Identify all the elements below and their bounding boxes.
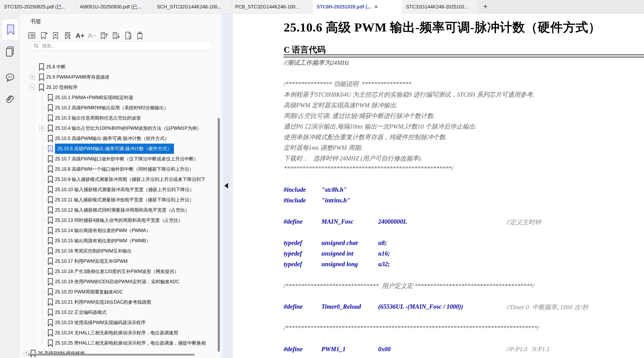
bookmark-icon: [47, 268, 53, 276]
page-list-icon[interactable]: [124, 31, 133, 40]
bookmark-item[interactable]: 25.10.8 高级PWM一个端口做外部中断（同时捕获下降沿和上升沿）: [20, 164, 221, 174]
bookmark-icon: [47, 237, 53, 245]
expander-toggle[interactable]: +: [24, 351, 28, 356]
collapse-panel-icon[interactable]: [224, 183, 228, 188]
code-line: [284, 271, 644, 282]
bookmark-item[interactable]: 25.10.16 带死区控制的PWM互补输出: [20, 246, 221, 256]
bookmark-item[interactable]: 25.10.1 PWMA+PWMB实现8组定时器: [20, 92, 221, 103]
code-line: #defineTimer0_Reload(65536UL -(MAIN_Fosc…: [284, 303, 644, 314]
bookmark-label: 25.10.4 输出占空比为100%和0%的PWM波形的方法（以PWM1P为例）: [55, 123, 202, 133]
bookmark-icon: [30, 350, 36, 358]
tab-bar: STC32G-20250825.pdf (已... × AI8051U-2025…: [0, 0, 644, 14]
pages-icon[interactable]: [5, 46, 15, 57]
bookmark-item[interactable]: 25.10.6 高级PWM输出-频率可调-脉冲计数（硬件方式）: [20, 144, 221, 154]
tree-line: [42, 169, 47, 169]
bookmark-item[interactable]: 25.10.3 输出任意周期和任意占空比的波形: [20, 113, 221, 123]
bookmark-item[interactable]: 25.10.10 输入捕获模式测量脉冲高电平宽度（捕获上升沿到下降沿）: [20, 184, 221, 195]
bookmark-icon: [47, 319, 53, 327]
bookmark-icon: [38, 73, 44, 81]
code-line: 本例程基于STC8H8K64U 为主控芯片的实验箱9 进行编写测试，STC8H …: [284, 90, 644, 101]
code-line: #include"stc8h.h": [284, 186, 644, 197]
bookmark-item[interactable]: + 26 高级PWM-硬件移相: [20, 348, 221, 358]
bookmark-item[interactable]: 25.10.18 产生3路相位差120度的互补PWM波形（网友提供）: [20, 266, 221, 276]
delete-bookmark-icon[interactable]: [51, 31, 60, 40]
divider: [22, 57, 218, 57]
font-increase-icon[interactable]: A+: [76, 31, 85, 40]
bookmark-down-icon[interactable]: [112, 31, 121, 40]
bookmark-item[interactable]: 25.10.23 使用高级PWM实现编码器演示程序: [20, 318, 221, 328]
bookmark-item[interactable]: 25.10.14 输出两路有相位差的PWM（PWMA）: [20, 226, 221, 236]
bookmark-item[interactable]: 25.10.21 利用PWM实现16位DAC的参考线路图: [20, 297, 221, 307]
search-input[interactable]: [42, 42, 207, 50]
document-tab[interactable]: PCB_STC32G144K246-100... ×: [231, 0, 312, 14]
bookmark-item[interactable]: 25.10.11 输入捕获模式测量脉冲低电平宽度（捕获下降沿到上升沿）: [20, 195, 221, 205]
bookmark-item[interactable]: 25.10.19 使用PWM的CEN启动PWMA定时器，实时触发ADC: [20, 276, 221, 287]
bookmark-label: 25.10.22 正交编码器模式: [55, 307, 106, 318]
bookmark-icon: [47, 329, 53, 337]
tab-label: STC8H-20251028.pdf (...: [312, 4, 374, 10]
code-line: ****************************************…: [284, 165, 644, 176]
bookmark-label: 26 高级PWM-硬件移相: [38, 348, 85, 358]
code-line: 高级PWM 定时器实现高速PWM 脉冲输出.: [284, 101, 644, 112]
horizontal-scrollbar[interactable]: [28, 354, 194, 356]
bookmark-item[interactable]: 25.10.12 输入捕获模式同时测量脉冲周期和高电平宽度（占空比）: [20, 205, 221, 215]
bookmark-item[interactable]: 25.10.7 高级PWM端口做外部中断（仅下降沿中断或者仅上升沿中断）: [20, 154, 221, 164]
new-tab-button[interactable]: +: [479, 0, 492, 14]
bookmark-item[interactable]: 25.10.13 同时捕获4路输入信号的周期和高电平宽度（占空比）: [20, 215, 221, 226]
bookmark-item[interactable]: 25.10.20 PWM周期重复触发ADC: [20, 287, 221, 297]
bookmark-item[interactable]: 25.10.5 高级PWM输出-频率可调-脉冲计数（软件方式）: [20, 133, 221, 144]
tree-line: [42, 98, 47, 98]
bookmark-label: 25.10.19 使用PWM的CEN启动PWMA定时器，实时触发ADC: [55, 276, 179, 287]
code-line: 下载时， 选择时钟 24MHZ (用户可自行修改频率).: [284, 154, 644, 165]
bookmark-item[interactable]: + 25.10.4 输出占空比为100%和0%的PWM波形的方法（以PWM1P为…: [20, 123, 221, 133]
locate-bookmark-icon[interactable]: [136, 31, 145, 40]
code-line: typedefunsigned charu8;: [284, 239, 644, 250]
bookmark-item[interactable]: 25.10.9 输入捕获模式测量脉冲周期（捕获上升沿到上升沿或者下降沿到下: [20, 174, 221, 184]
bookmark-icon[interactable]: [6, 24, 16, 35]
section-heading: 25.10.6 高级 PWM 输出-频率可调-脉冲计数（硬件方式）: [284, 19, 601, 36]
bookmark-item[interactable]: − 25.10 范例程序: [20, 82, 221, 92]
bookmark-item[interactable]: + 25.9 PWMA/PWMB寄存器描述: [20, 72, 221, 82]
bookmark-label: 25.10.21 利用PWM实现16位DAC的参考线路图: [55, 297, 151, 307]
tree-line: [42, 159, 47, 159]
bookmark-icon: [47, 134, 53, 142]
bookmark-item[interactable]: 25.8 中断: [20, 62, 221, 72]
expander-toggle[interactable]: +: [30, 74, 34, 80]
attachment-icon[interactable]: [5, 94, 15, 106]
expander-toggle[interactable]: −: [30, 85, 34, 90]
vertical-scrollbar[interactable]: [218, 118, 220, 352]
bookmark-icon: [47, 247, 53, 255]
bookmark-item[interactable]: 25.10.24 无HALL三相无刷电机驱动演示程序，电位器调速用: [20, 328, 221, 338]
document-tab[interactable]: STC8H-20251028.pdf (... ×: [312, 0, 402, 14]
bookmark-item[interactable]: 25.10.22 正交编码器模式: [20, 307, 221, 318]
bookmark-icon: [47, 288, 53, 296]
document-tab[interactable]: AI8051U-20250930.pdf (已... ×: [76, 0, 153, 14]
bookmark-icon: [47, 94, 53, 102]
expander-toggle[interactable]: +: [39, 126, 44, 130]
bookmarks-rail-active-card[interactable]: [2, 19, 18, 40]
options-icon[interactable]: [27, 31, 36, 40]
document-tab[interactable]: STC32G144K246-2025102... ×: [402, 0, 479, 14]
document-tab[interactable]: SCH_STC32G144K246-100... ×: [153, 0, 231, 14]
bookmark-label: 25.10.1 PWMA+PWMB实现8组定时器: [55, 92, 133, 103]
panel-resizer[interactable]: [221, 14, 232, 358]
document-tab[interactable]: STC32G-20250825.pdf (已... ×: [0, 0, 76, 14]
bookmark-item[interactable]: 25.10.2 高级PWM时钟输出应用（系统时钟2分频输出）: [20, 103, 221, 113]
tab-label: PCB_STC32G144K246-100...: [231, 4, 302, 10]
bookmark-up-icon[interactable]: [100, 31, 109, 40]
bookmark-item[interactable]: 25.10.25 带HALL三相无刷电机驱动演示程序，电位器调速，捕捉中断换相: [20, 338, 221, 348]
add-bookmark-icon[interactable]: [39, 31, 48, 40]
close-icon[interactable]: ×: [374, 0, 382, 14]
bookmark-icon: [38, 84, 44, 92]
bookmark-icon: [47, 257, 53, 265]
tree-line: [42, 271, 47, 272]
search-icon: [34, 43, 39, 49]
tab-label: STC32G144K246-2025102...: [402, 4, 471, 10]
bookmark-item[interactable]: 25.10.17 利用PWM实现互补SPWM: [20, 256, 221, 266]
find-bookmark-icon[interactable]: [64, 31, 73, 40]
comment-icon[interactable]: [5, 72, 15, 84]
bookmark-item[interactable]: 25.10.15 输出两路有相位差的PWM（PWMB）: [20, 236, 221, 246]
bookmark-label: 25.10.13 同时捕获4路输入信号的周期和高电平宽度（占空比）: [55, 215, 183, 226]
bookmark-tree: 25.8 中断 + 25.9 PWMA/PWMB寄存器描述 − 25.10 范例…: [20, 62, 221, 358]
bookmark-icon: [47, 186, 53, 194]
